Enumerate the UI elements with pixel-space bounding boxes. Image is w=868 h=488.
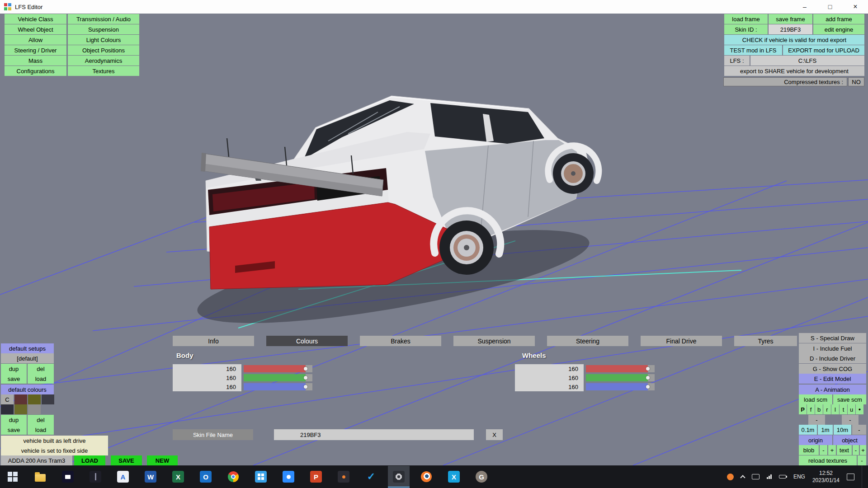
view-l-button[interactable]: l (831, 404, 839, 414)
export-mod-button[interactable]: EXPORT mod for UPLOAD (783, 45, 864, 55)
reload-textures-button[interactable]: reload textures (799, 455, 857, 465)
origin-button[interactable]: origin (799, 435, 832, 445)
special-draw-toggle[interactable]: S - Special Draw (799, 333, 866, 343)
tab-suspension[interactable]: Suspension (453, 336, 535, 346)
grid-1m-button[interactable]: 1m (818, 425, 833, 435)
load-frame-button[interactable]: load frame (724, 14, 768, 24)
skin-id-value[interactable]: 219BF3 (769, 24, 812, 34)
colours-load-button[interactable]: load (28, 425, 54, 435)
menu-aerodynamics[interactable]: Aerodynamics (68, 56, 139, 66)
colour-swatch[interactable] (28, 394, 41, 404)
setup-del-button[interactable]: del (28, 364, 54, 374)
slider-knob[interactable] (646, 385, 650, 389)
show-cog-toggle[interactable]: G - Show COG (799, 364, 866, 374)
taskbar-icon-powerpoint[interactable]: P (305, 466, 327, 488)
share-vehicle-button[interactable]: export to SHARE vehicle for development (724, 66, 864, 76)
body-blue-slider[interactable] (244, 383, 312, 390)
blob-plus-button[interactable]: + (828, 445, 836, 455)
maximize-button[interactable]: □ (817, 0, 843, 14)
tab-info[interactable]: Info (173, 336, 254, 346)
wheel-red-value[interactable]: 160 (515, 364, 584, 373)
taskbar-icon-app-dark2[interactable] (333, 466, 354, 488)
view-u-button[interactable]: u (848, 404, 855, 414)
view-f-button[interactable]: f (807, 404, 815, 414)
wheel-blue-slider[interactable] (586, 383, 655, 390)
taskbar-icon-check-app[interactable]: ✓ (360, 466, 382, 488)
tab-final-drive[interactable]: Final Drive (641, 336, 722, 346)
setup-save-button[interactable]: save (1, 374, 27, 384)
taskbar-icon-sharex[interactable]: X (443, 466, 465, 488)
menu-transmission-audio[interactable]: Transmission / Audio (68, 14, 139, 24)
lfs-path-value[interactable]: C:\LFS (750, 56, 864, 66)
view-dot-button[interactable]: ● (856, 404, 863, 414)
tray-network-icon[interactable] (767, 474, 772, 479)
language-indicator[interactable]: ENG (793, 474, 805, 480)
colour-swatch[interactable] (14, 394, 27, 404)
taskbar-icon-outlook[interactable]: O (195, 466, 217, 488)
menu-object-positions[interactable]: Object Positions (68, 45, 139, 55)
taskbar-icon-app-a[interactable]: A (112, 466, 134, 488)
check-valid-button[interactable]: CHECK if vehicle is valid for mod export (724, 35, 864, 45)
colours-dup-button[interactable]: dup (1, 415, 27, 425)
menu-textures[interactable]: Textures (68, 66, 139, 76)
taskbar-icon-excel[interactable]: X (167, 466, 189, 488)
taskbar-icon-word[interactable]: W (140, 466, 161, 488)
include-fuel-toggle[interactable]: I - Include Fuel (799, 343, 866, 353)
body-green-value[interactable]: 160 (173, 373, 241, 382)
save-scm-button[interactable]: save scm (833, 394, 866, 404)
compressed-textures-toggle[interactable]: NO (848, 77, 864, 86)
body-red-value[interactable]: 160 (173, 364, 241, 373)
object-button[interactable]: object (833, 435, 866, 445)
edit-engine-button[interactable]: edit engine (813, 24, 864, 34)
taskbar-icon-store[interactable] (57, 466, 79, 488)
taskbar-icon-blender[interactable] (415, 466, 437, 488)
tray-chevron-up-icon[interactable] (741, 475, 745, 480)
menu-mass[interactable]: Mass (5, 56, 66, 66)
body-blue-value[interactable]: 160 (173, 382, 241, 391)
grid-10m-button[interactable]: 10m (834, 425, 851, 435)
wheel-green-slider[interactable] (586, 374, 655, 381)
minus-button-2[interactable]: - (842, 415, 859, 425)
tray-monitor-icon[interactable] (752, 474, 760, 479)
load-scm-button[interactable]: load scm (799, 394, 832, 404)
load-vehicle-button[interactable]: LOAD (74, 455, 105, 465)
text-button[interactable]: text (837, 445, 852, 455)
setup-load-button[interactable]: load (28, 374, 54, 384)
taskbar-clock[interactable]: 12:52 2023/01/14 (812, 469, 840, 484)
test-mod-button[interactable]: TEST mod in LFS (724, 45, 782, 55)
minus-button-1[interactable]: - (808, 415, 825, 425)
menu-configurations[interactable]: Configurations (5, 66, 66, 76)
text-plus-button[interactable]: + (860, 445, 866, 455)
taskbar-icon-app-dark[interactable] (85, 466, 106, 488)
wheel-red-slider[interactable] (586, 365, 655, 372)
body-red-slider[interactable] (244, 365, 312, 372)
slider-knob[interactable] (646, 367, 650, 371)
tray-notification-dot-icon[interactable] (727, 474, 734, 480)
show-desktop-button[interactable] (862, 465, 863, 488)
slider-knob[interactable] (304, 385, 307, 389)
colours-save-button[interactable]: save (1, 425, 27, 435)
view-p-button[interactable]: P (799, 404, 807, 414)
edit-model-button[interactable]: E - Edit Model (799, 374, 866, 384)
start-button[interactable] (2, 466, 24, 488)
taskbar-icon-calculator[interactable] (250, 466, 272, 488)
tray-battery-icon[interactable] (779, 475, 786, 479)
wheel-blue-value[interactable]: 160 (515, 382, 584, 391)
save-vehicle-button[interactable]: SAVE (111, 455, 142, 465)
tab-tyres[interactable]: Tyres (734, 336, 797, 346)
setup-dup-button[interactable]: dup (1, 364, 27, 374)
menu-vehicle-class[interactable]: Vehicle Class (5, 14, 66, 24)
default-setups-button[interactable]: default setups (1, 343, 54, 353)
taskbar-icon-lfs-editor[interactable] (388, 466, 410, 488)
colour-swatch[interactable] (42, 394, 54, 404)
taskbar-icon-gimp[interactable]: G (471, 466, 492, 488)
taskbar-icon-chrome[interactable] (222, 466, 244, 488)
colour-c-button[interactable]: C (1, 394, 14, 404)
slider-knob[interactable] (304, 376, 307, 380)
menu-allow[interactable]: Allow (5, 35, 66, 45)
default-colours-button[interactable]: default colours (1, 385, 54, 394)
tab-colours[interactable]: Colours (266, 336, 348, 346)
add-frame-button[interactable]: add frame (813, 14, 864, 24)
colour-swatch[interactable] (14, 404, 27, 414)
slider-knob[interactable] (646, 376, 650, 380)
